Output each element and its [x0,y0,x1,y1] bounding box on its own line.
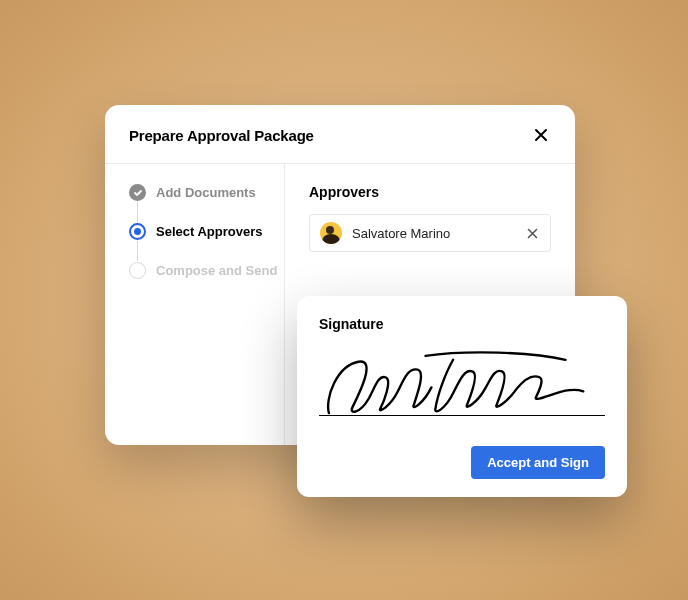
approver-row: Salvatore Marino [309,214,551,252]
signature-card: Signature Accept and Sign [297,296,627,497]
step-label: Compose and Send [156,263,277,278]
avatar [320,222,342,244]
radio-empty-icon [129,262,146,279]
modal-title: Prepare Approval Package [129,127,314,144]
signature-icon [319,344,605,431]
step-label: Add Documents [156,185,256,200]
approver-name: Salvatore Marino [352,226,514,241]
signature-baseline [319,415,605,416]
remove-approver-icon[interactable] [524,225,540,241]
modal-header: Prepare Approval Package [105,105,575,163]
close-icon[interactable] [531,125,551,145]
signature-heading: Signature [319,316,605,332]
approvers-heading: Approvers [309,184,551,200]
signature-pad[interactable] [319,344,605,432]
step-label: Select Approvers [156,224,262,239]
accept-sign-button[interactable]: Accept and Sign [471,446,605,479]
radio-active-icon [129,223,146,240]
step-connector [137,202,138,222]
signature-actions: Accept and Sign [319,446,605,479]
step-connector [137,241,138,261]
check-icon [129,184,146,201]
step-select-approvers[interactable]: Select Approvers [129,223,266,262]
stepper: Add Documents Select Approvers Compose a… [105,164,285,445]
step-compose-send[interactable]: Compose and Send [129,262,266,279]
step-add-documents[interactable]: Add Documents [129,184,266,223]
